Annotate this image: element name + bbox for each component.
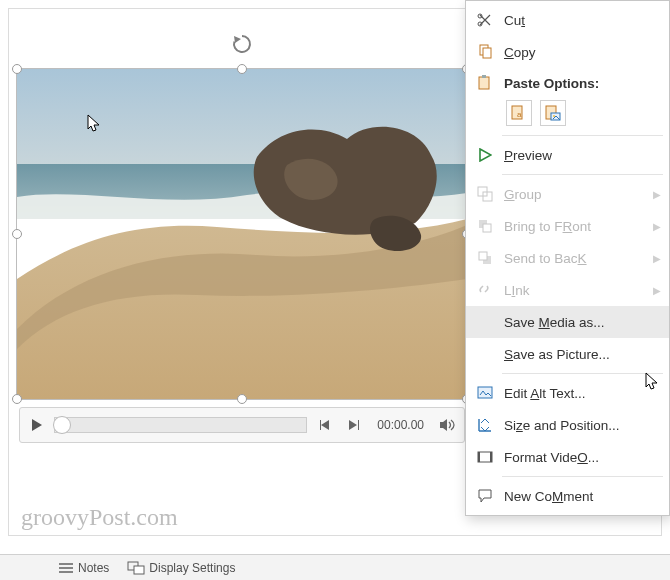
cursor-icon — [87, 114, 101, 135]
chevron-right-icon: ▶ — [651, 253, 661, 264]
menu-save-media-as[interactable]: Save Media as... — [466, 306, 669, 338]
menu-label: Format VideO... — [504, 450, 661, 465]
status-bar: Notes Display Settings — [0, 554, 670, 580]
clipboard-icon — [476, 74, 494, 92]
display-icon — [127, 561, 145, 575]
menu-preview[interactable]: Preview — [466, 139, 669, 171]
menu-save-as-picture[interactable]: Save as Picture... — [466, 338, 669, 370]
video-object[interactable] — [17, 69, 467, 399]
play-button[interactable] — [24, 412, 50, 438]
status-notes[interactable]: Notes — [58, 561, 109, 575]
group-icon — [476, 185, 494, 203]
menu-label: LInk — [504, 283, 641, 298]
format-video-icon — [476, 448, 494, 466]
status-label: Display Settings — [149, 561, 235, 575]
step-forward-button[interactable] — [341, 412, 367, 438]
svg-rect-19 — [478, 387, 492, 398]
menu-send-to-back: Send to BacK ▶ — [466, 242, 669, 274]
menu-label: Cut — [504, 13, 661, 28]
menu-bring-to-front: Bring to FRont ▶ — [466, 210, 669, 242]
notes-icon — [58, 561, 74, 575]
context-menu: Cut Copy Paste Options: a Preview Group — [465, 0, 670, 516]
menu-label: New CoMment — [504, 489, 661, 504]
cursor-icon — [645, 372, 659, 393]
menu-label: Bring to FRont — [504, 219, 641, 234]
menu-label: Preview — [504, 148, 661, 163]
svg-text:a: a — [517, 110, 522, 119]
bring-front-icon — [476, 217, 494, 235]
menu-link: LInk ▶ — [466, 274, 669, 306]
menu-label: Send to BacK — [504, 251, 641, 266]
menu-paste-heading: Paste Options: — [466, 68, 669, 98]
svg-rect-20 — [478, 452, 492, 462]
step-back-button[interactable] — [311, 412, 337, 438]
menu-edit-alt-text[interactable]: Edit Alt Text... — [466, 377, 669, 409]
svg-rect-22 — [490, 452, 492, 462]
menu-new-comment[interactable]: New CoMment — [466, 480, 669, 512]
resize-handle[interactable] — [12, 64, 22, 74]
paste-option-picture[interactable] — [540, 100, 566, 126]
menu-label: Save as Picture... — [504, 347, 661, 362]
svg-rect-16 — [483, 224, 491, 232]
status-label: Notes — [78, 561, 109, 575]
menu-copy[interactable]: Copy — [466, 36, 669, 68]
menu-format-video[interactable]: Format VideO... — [466, 441, 669, 473]
alt-text-icon — [476, 384, 494, 402]
menu-label: Group — [504, 187, 641, 202]
svg-rect-18 — [479, 252, 487, 260]
link-icon — [476, 281, 494, 299]
rotate-handle-icon[interactable] — [231, 33, 253, 58]
chevron-right-icon: ▶ — [651, 221, 661, 232]
chevron-right-icon: ▶ — [651, 285, 661, 296]
blank-icon — [476, 313, 494, 331]
svg-rect-24 — [134, 566, 144, 574]
scissors-icon — [476, 11, 494, 29]
playback-timeline[interactable] — [54, 417, 307, 433]
menu-label: Save Media as... — [504, 315, 661, 330]
resize-handle[interactable] — [12, 394, 22, 404]
status-display-settings[interactable]: Display Settings — [127, 561, 235, 575]
paste-options-row: a — [466, 98, 669, 132]
comment-icon — [476, 487, 494, 505]
svg-rect-5 — [483, 48, 491, 58]
resize-handle[interactable] — [237, 394, 247, 404]
resize-handle[interactable] — [237, 64, 247, 74]
menu-group: Group ▶ — [466, 178, 669, 210]
video-thumbnail — [17, 69, 467, 399]
playback-time: 00:00.00 — [371, 418, 430, 432]
volume-button[interactable] — [434, 412, 460, 438]
resize-handle[interactable] — [12, 229, 22, 239]
menu-label: Paste Options: — [504, 76, 669, 91]
menu-size-position[interactable]: Size and Position... — [466, 409, 669, 441]
svg-rect-6 — [479, 77, 489, 89]
menu-label: Size and Position... — [504, 418, 661, 433]
svg-rect-21 — [478, 452, 480, 462]
send-back-icon — [476, 249, 494, 267]
video-playback-bar: 00:00.00 — [19, 407, 465, 443]
svg-rect-7 — [482, 75, 486, 78]
blank-icon — [476, 345, 494, 363]
playback-thumb[interactable] — [53, 416, 71, 434]
watermark-text: groovyPost.com — [21, 504, 178, 531]
size-position-icon — [476, 416, 494, 434]
chevron-right-icon: ▶ — [651, 189, 661, 200]
play-icon — [476, 146, 494, 164]
paste-option-text[interactable]: a — [506, 100, 532, 126]
copy-icon — [476, 43, 494, 61]
menu-cut[interactable]: Cut — [466, 4, 669, 36]
menu-label: Edit Alt Text... — [504, 386, 661, 401]
menu-label: Copy — [504, 45, 661, 60]
